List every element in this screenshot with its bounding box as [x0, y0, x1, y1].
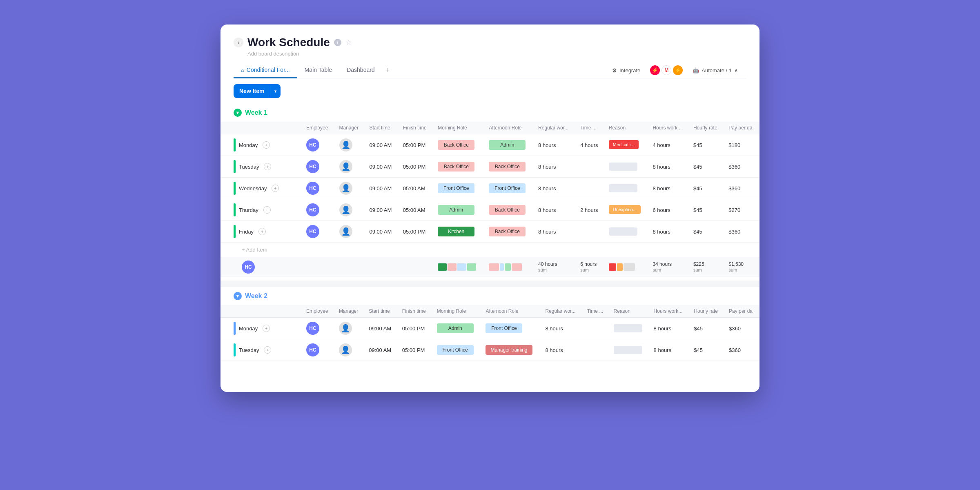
- group-week2-header: ▼ Week 2: [220, 287, 760, 305]
- cell-start: 09:00 AM: [365, 199, 399, 221]
- manager-icon: 👤: [339, 225, 352, 238]
- color-bar-monday: [234, 138, 236, 151]
- cell-employee: HC: [302, 156, 335, 178]
- cell-finish: 05:00 PM: [399, 221, 434, 243]
- star-icon[interactable]: ☆: [345, 38, 352, 47]
- color-bar-thursday: [234, 203, 236, 216]
- col-header-finish-w2: Finish time: [398, 305, 433, 318]
- cell-hours-w2-tue: 8 hours: [650, 339, 690, 361]
- empty-reason-w2: [614, 324, 642, 332]
- table-row: Friday + HC 👤 09:00 AM 05:00 PM Kitchen …: [220, 221, 760, 243]
- table-row: Monday + HC 👤 09:00 AM 05:00 PM Admin Fr…: [220, 318, 760, 339]
- row-label-monday-w1: Monday +: [220, 134, 302, 156]
- sum-time: 6 hours sum: [576, 257, 605, 277]
- manager-icon-w2: 👤: [339, 322, 352, 335]
- table-row: Thurday + HC 👤 09:00 AM 05:00 AM Admin B…: [220, 199, 760, 221]
- info-icon[interactable]: i: [334, 39, 341, 46]
- automate-chevron: ∧: [734, 67, 738, 74]
- col-header-manager: Manager: [335, 122, 365, 134]
- integrate-button[interactable]: ⚙ Integrate: [607, 65, 645, 76]
- add-row-icon-tuesday[interactable]: +: [264, 163, 271, 170]
- cell-reason-w2: [610, 318, 650, 339]
- board-description[interactable]: Add board description: [247, 51, 746, 57]
- content-area[interactable]: ▼ Week 1 Employee Manager Start time Fin…: [220, 104, 760, 372]
- cell-employee-w2: HC: [302, 318, 335, 339]
- integration-icons: ⚡ M ⚡: [650, 65, 683, 75]
- group-week1-header: ▼ Week 1: [220, 104, 760, 122]
- cell-reason: Unexplain...: [605, 199, 649, 221]
- integration-icon-2[interactable]: M: [662, 65, 671, 75]
- afternoon-role-badge-w2: Front Office: [486, 323, 522, 333]
- cell-start-w2-tue: 09:00 AM: [365, 339, 398, 361]
- cell-time: 4 hours: [576, 134, 605, 156]
- cell-rate: $45: [689, 199, 724, 221]
- manager-icon: 👤: [339, 138, 352, 151]
- cell-rate: $45: [689, 156, 724, 178]
- group-week2-title: Week 2: [245, 292, 267, 300]
- cell-start: 09:00 AM: [365, 134, 399, 156]
- cell-finish: 05:00 PM: [399, 134, 434, 156]
- morning-role-badge: Back Office: [438, 162, 474, 172]
- cell-time: 2 hours: [576, 199, 605, 221]
- page-title: Work Schedule: [247, 36, 330, 49]
- week2-table: Employee Manager Start time Finish time …: [220, 305, 760, 361]
- reason-badge: Medical r...: [609, 140, 639, 149]
- color-bar-tuesday: [234, 160, 236, 173]
- add-item-label[interactable]: + Add Item: [220, 243, 760, 257]
- cell-rate: $45: [689, 134, 724, 156]
- cell-pay: $360: [724, 178, 760, 199]
- add-row-icon-thursday[interactable]: +: [263, 206, 271, 214]
- cell-employee: HC: [302, 178, 335, 199]
- cell-time: [576, 221, 605, 243]
- tab-conditional[interactable]: ⌂ Conditional For...: [234, 62, 297, 78]
- group-divider: [220, 281, 760, 287]
- add-row-icon-monday-w2[interactable]: +: [263, 325, 270, 332]
- back-button[interactable]: ‹: [234, 38, 243, 47]
- cell-hours: 6 hours: [648, 199, 689, 221]
- cell-manager: 👤: [335, 221, 365, 243]
- add-tab-button[interactable]: +: [382, 65, 394, 76]
- cell-morning-role: Admin: [434, 199, 485, 221]
- cell-rate-w2: $45: [690, 318, 725, 339]
- automate-icon: 🤖: [693, 67, 699, 74]
- new-item-label: New Item: [234, 84, 270, 98]
- add-row-icon-friday[interactable]: +: [258, 228, 266, 235]
- cell-start-w2: 09:00 AM: [365, 318, 398, 339]
- add-item-row-week1[interactable]: + Add Item: [220, 243, 760, 257]
- reason-sum-strip: [609, 263, 645, 271]
- col-header-reason-w2: Reason: [610, 305, 650, 318]
- cell-afternoon-w2: Front Office: [481, 318, 541, 339]
- cell-regular: 8 hours: [534, 156, 576, 178]
- tab-main-table[interactable]: Main Table: [297, 62, 339, 78]
- group-week2: ▼ Week 2 Employee Manager Start time Fin…: [220, 287, 760, 361]
- integration-icon-1[interactable]: ⚡: [650, 65, 660, 75]
- reason-unexplained-badge: Unexplain...: [609, 205, 641, 214]
- cell-finish: 05:00 PM: [399, 156, 434, 178]
- integration-icon-3[interactable]: ⚡: [673, 65, 683, 75]
- cell-time: [576, 156, 605, 178]
- cell-regular: 8 hours: [534, 199, 576, 221]
- avatar-hc: HC: [306, 203, 319, 216]
- add-row-icon-wednesday[interactable]: +: [272, 185, 279, 192]
- morning-role-badge: Admin: [438, 205, 474, 215]
- col-header-rate: Hourly rate: [689, 122, 724, 134]
- new-item-dropdown-arrow[interactable]: ▾: [270, 85, 281, 97]
- add-row-icon-tuesday-w2[interactable]: +: [264, 346, 271, 354]
- new-item-button[interactable]: New Item ▾: [234, 84, 281, 98]
- col-header-employee: Employee: [302, 122, 335, 134]
- cell-reason: Medical r...: [605, 134, 649, 156]
- col-header-pay-w2: Pay per da: [725, 305, 760, 318]
- group-week2-toggle[interactable]: ▼: [234, 292, 242, 300]
- tab-dashboard[interactable]: Dashboard: [339, 62, 382, 78]
- integrate-icon: ⚙: [612, 67, 617, 74]
- sum-regular: 40 hours sum: [534, 257, 576, 277]
- afternoon-role-badge: Back Office: [489, 205, 526, 215]
- cell-rate-w2-tue: $45: [690, 339, 725, 361]
- add-row-icon-monday[interactable]: +: [263, 141, 270, 149]
- group-week1-toggle[interactable]: ▼: [234, 109, 242, 117]
- automate-button[interactable]: 🤖 Automate / 1 ∧: [688, 65, 743, 76]
- cell-rate: $45: [689, 221, 724, 243]
- week1-table: Employee Manager Start time Finish time …: [220, 122, 760, 277]
- avatar-hc-w2: HC: [306, 322, 319, 335]
- cell-hours: 8 hours: [648, 221, 689, 243]
